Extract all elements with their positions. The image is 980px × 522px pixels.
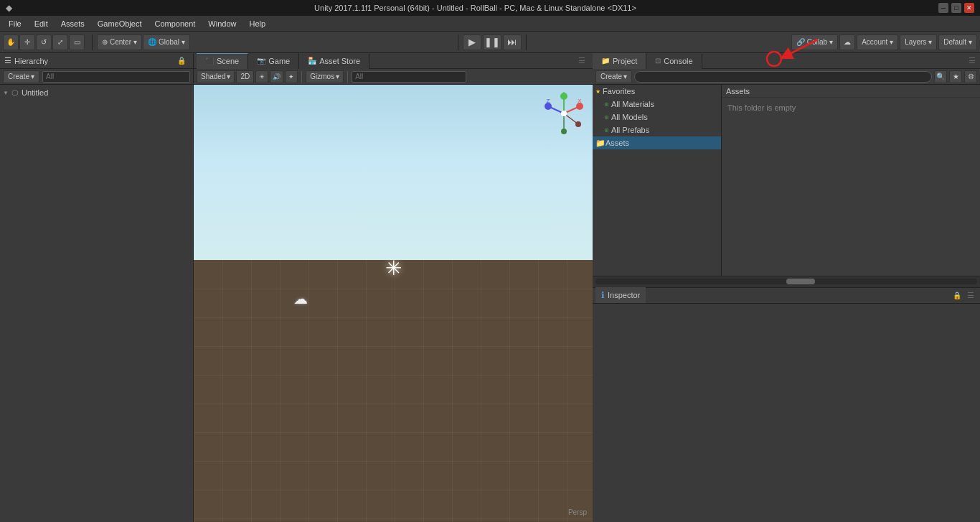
hierarchy-lock-icon[interactable]: 🔒 [177,57,186,65]
empty-folder-message: This folder is empty [727,103,796,112]
project-tab[interactable]: 📁 Project [593,53,646,69]
account-label: Account [862,38,887,46]
toolbar-separator-3 [526,34,527,50]
move-tool-button[interactable]: ✛ [19,34,35,50]
rect-tool-button[interactable]: ▭ [69,34,85,50]
project-scrollbar[interactable] [593,276,980,287]
toolbar-separator-1 [92,34,93,50]
global-icon: 🌐 [148,38,156,46]
scene-tab-label: Scene [217,57,239,65]
game-tab[interactable]: 📷 Game [248,53,299,69]
project-panel-menu-icon[interactable]: ☰ [964,56,980,65]
scene-tab[interactable]: ⬛ Scene [197,53,248,69]
pause-button[interactable]: ❚❚ [483,34,501,50]
create-arrow-icon: ▾ [31,73,34,80]
menu-file[interactable]: File [3,18,27,29]
assets-content: This folder is empty [722,98,980,276]
menu-edit[interactable]: Edit [29,18,54,29]
audio-button[interactable]: 🔊 [270,70,283,83]
gizmos-label: Gizmos [310,73,334,80]
favorites-item[interactable]: ★ Favorites [593,85,721,98]
gizmos-dropdown[interactable]: Gizmos ▾ [306,70,344,83]
center-icon: ⊕ [102,38,108,46]
maximize-button[interactable]: □ [951,3,961,13]
all-models-item[interactable]: ⊛ All Models [593,111,721,123]
project-settings-button[interactable]: ⚙ [964,70,977,83]
account-dropdown[interactable]: Account ▾ [857,34,898,50]
inspector-tab[interactable]: ℹ Inspector [595,287,646,303]
shaded-arrow-icon: ▾ [227,73,230,80]
asset-store-tab[interactable]: 🏪 Asset Store [299,53,369,69]
layout-dropdown[interactable]: Default ▾ [938,34,977,50]
hand-tool-button[interactable]: ✋ [3,34,19,50]
assets-sidebar-item[interactable]: 📁 Assets [593,136,721,149]
menu-assets[interactable]: Assets [55,18,90,29]
menu-help[interactable]: Help [243,18,271,29]
hierarchy-item-untitled[interactable]: ▼ ⬡ Untitled [0,86,193,99]
menu-window[interactable]: Window [202,18,242,29]
menu-gameobject[interactable]: GameObject [92,18,148,29]
scrollbar-track[interactable] [595,279,977,284]
toolbar-separator-2 [458,34,458,50]
assets-header-label: Assets [726,87,750,95]
asset-store-tab-label: Asset Store [319,57,360,65]
scene-viewport[interactable]: ✳ ☁ X Y Z [194,85,593,522]
collab-dropdown[interactable]: 🔗 Collab ▾ [791,34,838,50]
scrollbar-thumb[interactable] [786,279,815,284]
collab-arrow-icon: ▾ [829,38,833,46]
center-arrow-icon: ▾ [133,38,137,46]
inspector-lock-icon[interactable]: 🔒 [953,292,961,299]
hierarchy-search-input[interactable] [42,71,190,83]
all-materials-icon: ⊛ [604,101,609,108]
project-tab-label: Project [613,57,637,65]
scene-search-input[interactable] [352,71,466,83]
center-label: Center [110,38,131,46]
persp-label: Persp [568,508,587,516]
global-dropdown[interactable]: 🌐 Global ▾ [143,34,190,50]
asset-store-tab-icon: 🏪 [308,57,316,65]
fx-button[interactable]: ✦ [285,70,298,83]
hierarchy-header-controls: 🔒 [177,57,189,65]
project-create-button[interactable]: Create ▾ [595,70,632,83]
hierarchy-panel-title: Hierarchy [14,57,48,65]
hierarchy-menu-icon[interactable]: ☰ [4,56,11,65]
all-materials-label: All Materials [611,100,654,108]
all-prefabs-label: All Prefabs [611,126,649,134]
project-star-button[interactable]: ★ [949,70,962,83]
gizmo-svg: X Y Z [542,92,585,135]
all-materials-item[interactable]: ⊛ All Materials [593,98,721,111]
svg-point-10 [575,121,581,127]
lighting-button[interactable]: ☀ [255,70,268,83]
svg-text:Z: Z [547,98,550,104]
hierarchy-item-label: Untitled [22,88,48,97]
playback-controls: ▶ ❚❚ ⏭ [194,34,790,50]
cloud-button[interactable]: ☁ [839,34,855,50]
close-button[interactable]: ✕ [964,3,974,13]
hierarchy-header: ☰ Hierarchy 🔒 [0,53,193,69]
project-search-button[interactable]: 🔍 [934,70,947,83]
rotate-tool-button[interactable]: ↺ [36,34,52,50]
layers-dropdown[interactable]: Layers ▾ [900,34,937,50]
play-button[interactable]: ▶ [463,34,481,50]
step-button[interactable]: ⏭ [503,34,522,50]
hierarchy-create-button[interactable]: Create ▾ [3,70,39,83]
layout-arrow-icon: ▾ [969,38,972,46]
inspector-panel-menu-icon[interactable]: ☰ [964,291,977,300]
project-search-input[interactable] [634,71,932,83]
minimize-button[interactable]: ─ [938,3,948,13]
console-tab[interactable]: ⊡ Console [646,53,702,69]
inspector-tab-icon: ℹ [601,290,605,300]
window-title: Unity 2017.1.1f1 Personal (64bit) - Unti… [12,4,938,12]
shaded-dropdown[interactable]: Shaded ▾ [197,70,235,83]
center-dropdown[interactable]: ⊕ Center ▾ [97,34,142,50]
all-models-icon: ⊛ [604,114,609,121]
2d-button[interactable]: 2D [236,70,254,83]
scene-toolbar: Shaded ▾ 2D ☀ 🔊 ✦ Gizmos ▾ [194,69,593,85]
svg-point-12 [561,129,567,134]
scene-panel-menu-icon[interactable]: ☰ [574,56,590,65]
menu-component[interactable]: Component [149,18,201,29]
all-prefabs-item[interactable]: ⊛ All Prefabs [593,123,721,136]
project-tab-icon: 📁 [601,57,610,65]
pivot-controls: ⊕ Center ▾ 🌐 Global ▾ [97,34,190,50]
scale-tool-button[interactable]: ⤢ [52,34,68,50]
